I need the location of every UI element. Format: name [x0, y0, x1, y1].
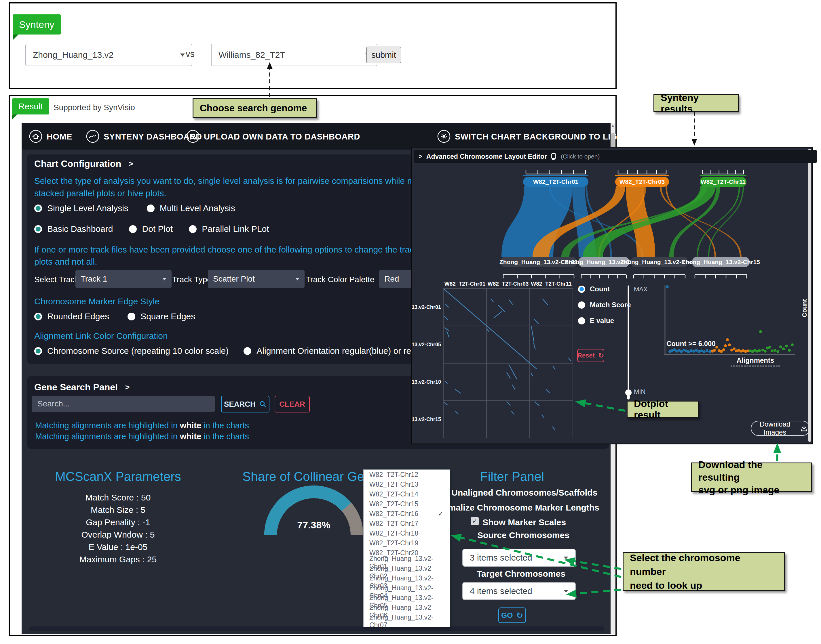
gene-search-title: Gene Search Panel> [34, 382, 129, 393]
radio-icon[interactable] [243, 347, 251, 355]
source-chromosomes-value: 3 items selected [470, 553, 532, 563]
radio-icon[interactable] [578, 317, 585, 324]
radio-option-parallel-link-plot[interactable]: Parallel Link PLot [189, 224, 269, 234]
track-type-select[interactable]: Scatter Plot [208, 270, 304, 288]
chart-configuration-title: Chart Configuration> [34, 158, 133, 169]
dropdown-item-w82-t2t-chr13[interactable]: W82_T2T-Chr13 [364, 480, 450, 489]
chevron-down-icon [162, 278, 166, 281]
nav-item-upload-data[interactable]: UPLOAD OWN DATA TO DASHBOARD [204, 132, 360, 141]
radio-icon[interactable] [147, 204, 155, 212]
radio-selected-icon[interactable] [578, 286, 585, 293]
submit-button[interactable]: submit [366, 47, 401, 63]
radio-option-basic-dashboard[interactable]: Basic Dashboard [34, 224, 113, 234]
show-marker-checkbox[interactable]: ✓ [470, 517, 479, 525]
nav-item-switch-theme[interactable]: SWITCH CHART BACKGROUND TO LIGHT THEME [455, 132, 661, 141]
dropdown-item-w82-t2t-chr17[interactable]: W82_T2T-Chr17 [364, 518, 450, 528]
radio-selected-icon[interactable] [34, 204, 42, 212]
synteny-results-panel: W82_T2T-Chr01W82_T2T-Chr03W82_T2T-Chr11Z… [411, 147, 813, 445]
gauge-value: 77.38% [285, 520, 343, 531]
source-chromosomes-select[interactable]: 3 items selected [462, 549, 576, 567]
result-tab-fold [12, 115, 17, 120]
radio-selected-icon[interactable] [34, 347, 42, 355]
chevron-right-icon[interactable]: > [125, 383, 129, 392]
search-button[interactable]: SEARCH [221, 396, 269, 412]
dropdown-item-w82-t2t-chr18[interactable]: W82_T2T-Chr18 [364, 528, 450, 538]
analysis-desc-line1: Select the type of analysis you want to … [34, 176, 473, 186]
dropdown-item-w82-t2t-chr15[interactable]: W82_T2T-Chr15 [364, 499, 450, 509]
radio-label: Square Edges [140, 311, 195, 321]
dropdown-item-zhong-huang-13-v2-chr07[interactable]: Zhong_Huang_13.v2-Chr07 [364, 616, 450, 626]
radio-option-rounded-edges[interactable]: Rounded Edges [34, 311, 109, 321]
search-button-label: SEARCH [224, 400, 256, 409]
go-button[interactable]: GO↻ [498, 607, 526, 623]
metric-radio-e-value[interactable]: E value [578, 317, 614, 325]
nav-item-home[interactable]: HOME [47, 132, 72, 141]
upload-icon[interactable] [186, 129, 200, 143]
radio-option-chromosome-source-repeating-10-color-scale[interactable]: Chromosome Source (repeating 10 color sc… [34, 346, 229, 356]
radio-option-multi-level-analysis[interactable]: Multi Level Analysis [147, 203, 235, 213]
link-color-radio-group: Chromosome Source (repeating 10 color sc… [34, 346, 455, 356]
svg-text:ang_13.v2-Chr01: ang_13.v2-Chr01 [412, 304, 441, 310]
dashboard-footer-bar [29, 626, 604, 631]
chart-configuration-title-text: Chart Configuration [34, 158, 121, 169]
home-icon[interactable] [29, 129, 43, 143]
alignments-axis-label[interactable]: Alignments [730, 356, 780, 366]
collinear-gauge [262, 477, 366, 541]
metric-label: E value [590, 317, 614, 325]
analysis-desc-line2: stacked parallel plots or hive plots. [34, 189, 166, 198]
search-input[interactable] [32, 396, 215, 412]
genome-a-select[interactable]: Zhong_Huang_13.v2 [25, 44, 192, 66]
metric-radio-count[interactable]: Count [578, 285, 610, 293]
filter-panel-title: Filter Panel [458, 469, 566, 484]
radio-icon[interactable] [129, 225, 137, 233]
radio-option-dot-plot[interactable]: Dot Plot [129, 224, 173, 234]
mcscanx-title: MCScanX Parameters [46, 469, 190, 484]
radio-icon[interactable] [128, 313, 135, 320]
chart-icon[interactable] [86, 129, 100, 143]
layout-editor-header[interactable]: > Advanced Chromosome Layout Editor (Cli… [414, 150, 817, 163]
metric-radio-match-score[interactable]: Match Score [578, 301, 631, 309]
synteny-tab-fold [13, 35, 18, 40]
clear-button[interactable]: CLEAR [275, 396, 310, 412]
dropdown-item-w82-t2t-chr14[interactable]: W82_T2T-Chr14 [364, 489, 450, 499]
chevron-right-icon[interactable]: > [129, 159, 133, 168]
download-images-button[interactable]: Download Images [751, 421, 810, 436]
metric-label: Match Score [590, 301, 631, 309]
mcscanx-param: E Value : 1e-05 [46, 541, 190, 553]
dropdown-item-w82-t2t-chr16[interactable]: W82_T2T-Chr16✓ [364, 509, 450, 518]
gene-search-note: Matching alignments are highlighted in w… [35, 431, 249, 442]
overlay-scrollbar[interactable] [808, 149, 811, 442]
radio-icon[interactable] [578, 301, 585, 309]
download-callout-line1: Download the resulting [698, 458, 805, 483]
normalize-marker-label[interactable]: Normalize Chromosome Marker Lengths [433, 503, 600, 512]
genome-b-select[interactable]: Williams_82_T2T [211, 44, 377, 66]
radio-selected-icon[interactable] [34, 313, 42, 320]
dropdown-item-label: W82_T2T-Chr15 [369, 500, 418, 508]
radio-option-square-edges[interactable]: Square Edges [128, 311, 195, 321]
download-callout-line2: svg or png image [698, 483, 805, 496]
slider-max-label: MAX [634, 286, 648, 293]
dropdown-item-w82-t2t-chr19[interactable]: W82_T2T-Chr19 [364, 538, 450, 548]
dropdown-item-w82-t2t-chr12[interactable]: W82_T2T-Chr12 [364, 470, 450, 480]
synteny-results-text: Synteny results [661, 92, 732, 115]
hide-unaligned-label[interactable]: Hide Unaligned Chromosomes/Scaffolds [430, 488, 597, 498]
svg-text:W82_T2T-Chr01: W82_T2T-Chr01 [533, 178, 579, 185]
synteny-tab-label: Synteny [19, 19, 54, 30]
radio-selected-icon[interactable] [34, 225, 42, 233]
radio-label: Rounded Edges [47, 311, 109, 321]
layout-editor-title: Advanced Chromosome Layout Editor [426, 153, 547, 161]
radio-icon[interactable] [189, 225, 197, 233]
scrollbar-up-arrow[interactable]: ▲ [610, 124, 615, 127]
mcscanx-param: Gap Penality : -1 [46, 516, 190, 528]
dotplot-result-callout: Dotplot result [627, 401, 699, 418]
slider-min-label: MIN [634, 388, 646, 396]
reset-button[interactable]: Reset↻ [577, 349, 604, 362]
chevron-down-icon [564, 557, 568, 559]
search-icon [259, 400, 267, 408]
radio-option-single-level-analysis[interactable]: Single Level Analysis [34, 203, 128, 213]
threshold-label: Count >= 6.000 [666, 340, 716, 348]
track-select[interactable]: Track 1 [75, 270, 172, 288]
gene-search-title-text: Gene Search Panel [34, 382, 118, 393]
target-chromosomes-select[interactable]: 4 items selected [462, 582, 576, 600]
sun-icon[interactable] [437, 129, 451, 143]
